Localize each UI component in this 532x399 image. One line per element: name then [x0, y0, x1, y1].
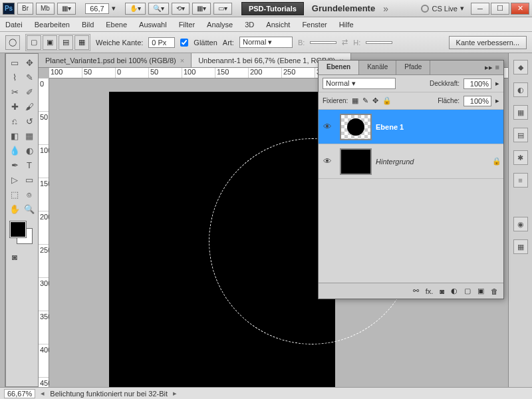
layer-name[interactable]: Hintergrund: [376, 158, 490, 166]
menu-analyse[interactable]: Analyse: [207, 21, 233, 29]
brush-tool-icon[interactable]: 🖌: [22, 99, 37, 114]
styles-panel-icon[interactable]: ▦: [513, 105, 528, 120]
tab-ebenen[interactable]: Ebenen: [319, 61, 359, 74]
menu-hilfe[interactable]: Hilfe: [339, 21, 354, 29]
current-tool-icon[interactable]: ◯: [5, 35, 20, 50]
layer-thumbnail[interactable]: [340, 148, 372, 175]
maximize-button[interactable]: ☐: [491, 3, 509, 15]
tab-pfade[interactable]: Pfade: [396, 61, 430, 74]
status-right-icon[interactable]: ▸: [173, 389, 177, 398]
panel-flyout-icon[interactable]: ▸▸: [485, 63, 493, 72]
visibility-toggle-icon[interactable]: 👁: [319, 122, 336, 132]
tab-kanaele[interactable]: Kanäle: [359, 61, 396, 74]
screenmode-button[interactable]: ▭▾: [213, 3, 232, 15]
quickselect-tool-icon[interactable]: ✎: [22, 70, 37, 84]
eraser-tool-icon[interactable]: ◧: [7, 128, 22, 143]
photoshop-icon[interactable]: Ps: [3, 3, 15, 15]
refine-edge-button[interactable]: Kante verbessern...: [449, 36, 527, 49]
layer-row[interactable]: 👁 Hintergrund 🔒: [319, 144, 503, 179]
gradient-tool-icon[interactable]: ▦: [22, 128, 37, 143]
layer-row[interactable]: 👁 Ebene 1: [319, 110, 503, 144]
delete-layer-icon[interactable]: 🗑: [491, 287, 498, 295]
eyedropper-tool-icon[interactable]: ✐: [22, 84, 37, 99]
color-panel-icon[interactable]: ✱: [513, 150, 528, 165]
view-extras-button[interactable]: ▦▾: [57, 3, 76, 15]
stamp-tool-icon[interactable]: ⎌: [7, 114, 22, 128]
path-select-icon[interactable]: ▷: [7, 172, 22, 187]
zoom-level[interactable]: 66,7: [85, 3, 109, 14]
fill-input[interactable]: 100%: [464, 96, 491, 106]
arrange-button[interactable]: ▦▾: [192, 3, 211, 15]
canvas[interactable]: [109, 92, 335, 387]
marquee-tool-icon[interactable]: ▭: [7, 55, 22, 70]
swatches-panel-icon[interactable]: ▤: [513, 128, 528, 142]
3d-camera-icon[interactable]: ⌾: [22, 187, 37, 201]
panel-menu-icon[interactable]: ≡: [495, 63, 499, 72]
color-swatches[interactable]: [7, 220, 37, 247]
type-tool-icon[interactable]: T: [22, 158, 37, 172]
selection-intersect-icon[interactable]: ▦: [74, 35, 89, 50]
layer-fx-icon[interactable]: fx.: [426, 287, 434, 295]
menu-datei[interactable]: Datei: [5, 21, 23, 29]
selection-subtract-icon[interactable]: ▤: [59, 35, 73, 50]
lock-pixels-icon[interactable]: ✎: [362, 96, 368, 105]
lock-transparent-icon[interactable]: ▦: [352, 96, 358, 105]
crop-tool-icon[interactable]: ✂: [7, 84, 22, 99]
layer-mask-icon[interactable]: ◙: [440, 287, 444, 295]
lasso-tool-icon[interactable]: ⌇: [7, 70, 22, 84]
healing-tool-icon[interactable]: ✚: [7, 99, 22, 114]
menu-bild[interactable]: Bild: [82, 21, 94, 29]
cslive-button[interactable]: CS Live ▾: [421, 4, 464, 13]
menu-filter[interactable]: Filter: [179, 21, 195, 29]
menu-auswahl[interactable]: Auswahl: [139, 21, 167, 29]
fill-slider-icon[interactable]: ▸: [495, 96, 499, 105]
menu-bearbeiten[interactable]: Bearbeiten: [35, 21, 70, 29]
workspace-psd-tutorials[interactable]: PSD-Tutorials: [241, 2, 304, 15]
minibridge-button[interactable]: Mb: [36, 3, 55, 15]
info-panel-icon[interactable]: ▦: [513, 239, 528, 254]
histogram-panel-icon[interactable]: ≡: [513, 173, 528, 188]
doc-tab-1[interactable]: Planet_Variante1.psd bei 100% (RGB/8)×: [39, 53, 192, 67]
menu-3d[interactable]: 3D: [245, 21, 254, 29]
foreground-color-swatch[interactable]: [10, 221, 26, 237]
layer-group-icon[interactable]: ▢: [464, 287, 471, 295]
navigator-panel-icon[interactable]: ◉: [513, 217, 528, 231]
history-brush-icon[interactable]: ↺: [22, 114, 37, 128]
lock-all-icon[interactable]: 🔒: [382, 96, 392, 105]
lock-position-icon[interactable]: ✥: [372, 96, 378, 105]
zoom-dropdown-icon[interactable]: ▾: [112, 4, 116, 13]
layers-panel-icon[interactable]: ◆: [513, 60, 528, 74]
status-zoom[interactable]: 66,67%: [4, 389, 35, 398]
layer-thumbnail[interactable]: [340, 114, 372, 140]
close-icon[interactable]: ×: [180, 57, 184, 65]
shape-tool-icon[interactable]: ▭: [22, 172, 37, 187]
blend-mode-select[interactable]: Normal ▾: [323, 78, 396, 89]
layer-name[interactable]: Ebene 1: [376, 123, 503, 131]
selection-add-icon[interactable]: ▣: [43, 35, 57, 50]
minimize-button[interactable]: ─: [471, 3, 489, 15]
opacity-slider-icon[interactable]: ▸: [495, 79, 499, 88]
close-button[interactable]: ✕: [511, 3, 529, 15]
zoom-tool-icon[interactable]: 🔍: [22, 201, 37, 216]
selection-new-icon[interactable]: ▢: [27, 35, 41, 50]
workspace-grundelemente[interactable]: Grundelemente: [312, 3, 375, 13]
ruler-vertical[interactable]: 050100150200250300350400450500: [39, 78, 49, 387]
antialias-checkbox[interactable]: [180, 39, 188, 47]
quickmask-icon[interactable]: ◙: [7, 249, 22, 264]
workspace-more-icon[interactable]: »: [383, 3, 388, 14]
opacity-input[interactable]: 100%: [464, 78, 491, 89]
move-tool-icon[interactable]: ✥: [22, 55, 37, 70]
dodge-tool-icon[interactable]: ◐: [22, 143, 37, 158]
hand-tool-button[interactable]: ✋▾: [125, 3, 146, 15]
blur-tool-icon[interactable]: 💧: [7, 143, 22, 158]
link-layers-icon[interactable]: ⚯: [413, 287, 419, 295]
new-layer-icon[interactable]: ▣: [477, 287, 484, 295]
bridge-button[interactable]: Br: [17, 3, 33, 15]
style-select[interactable]: Normal ▾: [239, 37, 293, 48]
zoom-tool-button[interactable]: 🔍▾: [148, 3, 169, 15]
menu-fenster[interactable]: Fenster: [302, 21, 327, 29]
3d-tool-icon[interactable]: ⬚: [7, 187, 22, 201]
rotate-view-button[interactable]: ⟲▾: [172, 3, 190, 15]
adjustments-panel-icon[interactable]: ◐: [513, 82, 528, 97]
status-left-icon[interactable]: ◂: [41, 389, 45, 398]
